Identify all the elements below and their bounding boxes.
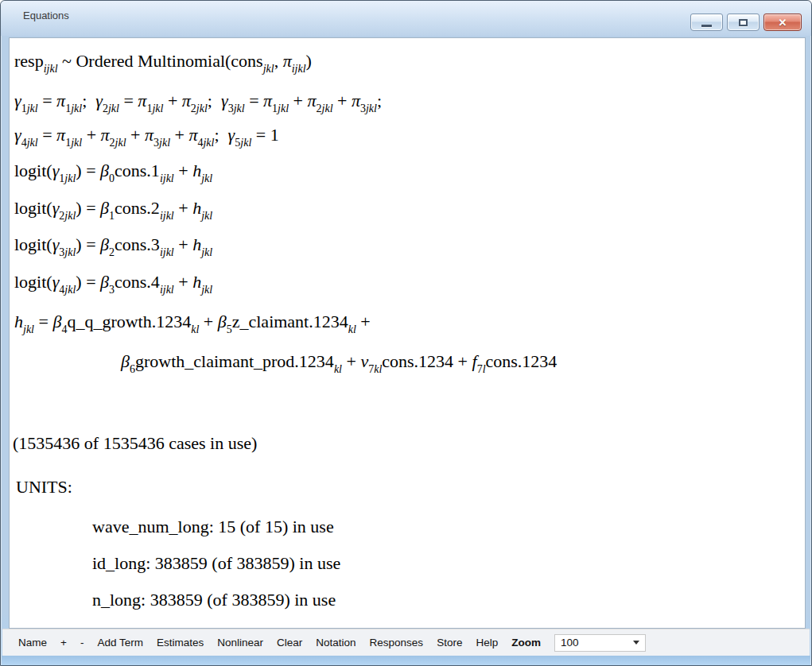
random-part-h-continued[interactable]: β6growth_claimant_prod.1234kl + v7klcons… [121, 351, 557, 372]
plus-button[interactable]: + [60, 637, 67, 649]
logit-gamma3[interactable]: logit(γ3jkl) = β2cons.3ijkl + hjkl [14, 234, 212, 255]
title-bar[interactable]: Equations ✕ [1, 1, 811, 36]
name-button[interactable]: Name [18, 637, 47, 649]
nonlinear-button[interactable]: Nonlinear [217, 637, 263, 649]
clear-button[interactable]: Clear [277, 637, 302, 649]
close-button[interactable]: ✕ [763, 14, 802, 31]
maximize-button[interactable] [727, 14, 760, 31]
units-header[interactable]: UNITS: [16, 477, 72, 498]
notation-button[interactable]: Notation [316, 637, 355, 649]
estimates-button[interactable]: Estimates [157, 637, 204, 649]
window-bottom-frame [2, 656, 810, 665]
minus-button[interactable]: - [80, 637, 84, 649]
logit-gamma1[interactable]: logit(γ1jkl) = β0cons.1ijkl + hjkl [14, 161, 212, 181]
equations-pane[interactable]: respijkl ~ Ordered Multinomial(consjkl, … [9, 37, 806, 629]
help-button[interactable]: Help [476, 637, 498, 649]
response-distribution[interactable]: respijkl ~ Ordered Multinomial(consjkl, … [14, 51, 312, 72]
window-title: Equations [23, 10, 69, 21]
unit-n-long[interactable]: n_long: 383859 (of 383859) in use [92, 590, 336, 610]
unit-wave-num-long[interactable]: wave_num_long: 15 (of 15) in use [92, 517, 334, 537]
zoom-value: 100 [561, 637, 579, 649]
unit-id-long[interactable]: id_long: 383859 (of 383859) in use [92, 553, 340, 574]
minimize-icon [701, 25, 712, 27]
zoom-label: Zoom [511, 637, 541, 649]
random-part-h[interactable]: hjkl = β4q_q_growth.1234kl + β5z_claiman… [14, 312, 371, 332]
window-controls: ✕ [690, 14, 802, 31]
logit-gamma2[interactable]: logit(γ2jkl) = β1cons.2ijkl + hjkl [14, 198, 212, 219]
gamma-definitions-1[interactable]: γ1jkl = π1jkl; γ2jkl = π1jkl + π2jkl; γ3… [14, 91, 382, 111]
cases-in-use[interactable]: (1535436 of 1535436 cases in use) [13, 433, 257, 454]
add-term-button[interactable]: Add Term [97, 637, 143, 649]
equations-toolbar: Name + - Add Term Estimates Nonlinear Cl… [2, 629, 810, 656]
store-button[interactable]: Store [437, 637, 462, 649]
gamma-definitions-2[interactable]: γ4jkl = π1jkl + π2jkl + π3jkl + π4jkl; γ… [14, 125, 279, 145]
equations-window: Equations ✕ respijkl ~ Ordered Multinomi… [0, 0, 812, 666]
responses-button[interactable]: Responses [370, 637, 424, 649]
close-icon: ✕ [779, 17, 787, 28]
maximize-icon [739, 19, 748, 26]
logit-gamma4[interactable]: logit(γ4jkl) = β3cons.4ijkl + hjkl [14, 272, 212, 292]
dropdown-arrow-icon [633, 641, 639, 645]
minimize-button[interactable] [690, 14, 723, 31]
zoom-select[interactable]: 100 [554, 634, 646, 652]
